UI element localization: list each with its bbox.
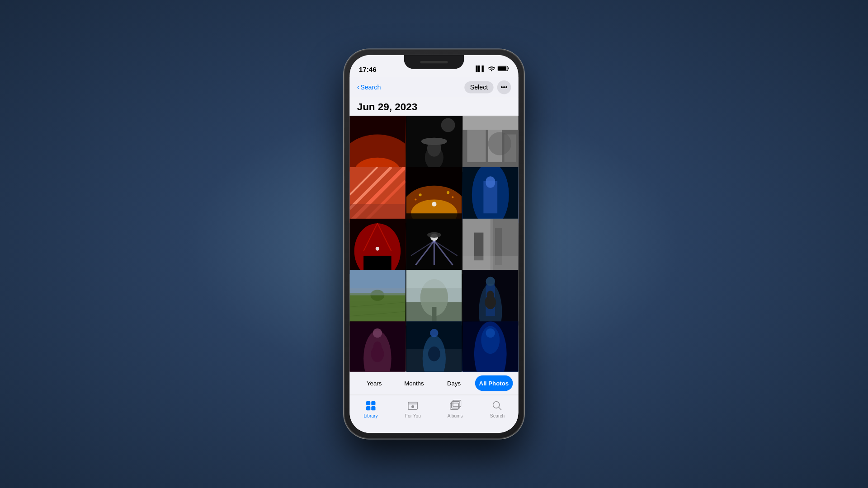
svg-point-69: [479, 284, 502, 325]
svg-rect-53: [493, 219, 518, 274]
photo-thumbnail: [406, 116, 462, 171]
photo-thumbnail: [406, 219, 462, 274]
svg-point-9: [427, 140, 441, 157]
list-item[interactable]: [349, 270, 405, 325]
list-item[interactable]: [463, 116, 519, 171]
mute-switch: [344, 128, 344, 143]
svg-rect-90: [366, 401, 370, 405]
battery-icon: [498, 66, 509, 72]
photo-thumbnail: [349, 116, 405, 171]
svg-line-61: [349, 302, 405, 307]
list-item[interactable]: [349, 167, 405, 223]
svg-point-40: [376, 247, 379, 250]
svg-rect-15: [505, 134, 516, 162]
svg-rect-7: [406, 116, 462, 171]
svg-point-84: [428, 346, 440, 361]
svg-point-95: [411, 405, 414, 408]
for-you-icon: [407, 400, 419, 412]
svg-line-49: [434, 241, 457, 256]
svg-rect-74: [349, 321, 405, 372]
phone-container: 17:46 ▐▌▌: [344, 50, 524, 439]
svg-rect-35: [484, 181, 498, 214]
list-item[interactable]: [463, 321, 519, 372]
photo-thumbnail: [463, 321, 519, 372]
list-item[interactable]: [349, 116, 405, 171]
svg-point-59: [370, 290, 384, 301]
svg-rect-51: [463, 219, 519, 274]
svg-point-25: [406, 186, 462, 223]
svg-line-62: [349, 312, 405, 316]
tab-for-you[interactable]: For You: [392, 399, 434, 418]
list-item[interactable]: [349, 321, 405, 372]
svg-point-77: [371, 345, 384, 362]
photo-thumbnail: [349, 270, 405, 325]
svg-rect-18: [349, 167, 405, 223]
svg-line-47: [434, 241, 453, 265]
svg-point-29: [447, 191, 449, 194]
svg-rect-79: [349, 321, 405, 372]
svg-rect-60: [349, 288, 405, 295]
svg-rect-54: [474, 232, 484, 260]
svg-point-50: [427, 232, 441, 237]
tab-months[interactable]: Months: [395, 375, 433, 391]
svg-point-86: [474, 321, 507, 372]
albums-icon: [449, 400, 461, 412]
period-tabs: Years Months Days All Photos: [349, 372, 518, 395]
photo-thumbnail: [406, 167, 462, 223]
svg-rect-80: [406, 321, 462, 372]
tab-days[interactable]: Days: [435, 375, 473, 391]
list-item[interactable]: [406, 167, 462, 223]
svg-rect-92: [366, 406, 370, 410]
svg-line-45: [415, 241, 434, 265]
svg-point-38: [354, 223, 401, 274]
tab-albums[interactable]: Albums: [434, 399, 476, 418]
svg-point-83: [430, 328, 438, 337]
volume-up-button: [344, 149, 344, 176]
svg-point-27: [432, 202, 436, 206]
list-item[interactable]: [406, 321, 462, 372]
status-icons: ▐▌▌: [474, 66, 509, 72]
tab-all-photos[interactable]: All Photos: [475, 375, 513, 391]
svg-rect-16: [463, 116, 519, 130]
tab-search[interactable]: Search: [476, 399, 518, 418]
list-item[interactable]: [406, 219, 462, 274]
svg-point-17: [488, 132, 511, 155]
svg-rect-13: [467, 125, 486, 162]
photo-thumbnail: [406, 321, 462, 372]
svg-point-76: [373, 328, 382, 338]
list-item[interactable]: [349, 219, 405, 274]
list-item[interactable]: [406, 116, 462, 171]
svg-line-19: [349, 167, 405, 223]
svg-point-11: [441, 118, 455, 132]
photo-thumbnail: [463, 116, 519, 171]
tab-library[interactable]: Library: [349, 399, 392, 418]
svg-line-22: [349, 167, 377, 195]
list-item[interactable]: [463, 270, 519, 325]
svg-rect-52: [463, 219, 491, 274]
select-button[interactable]: Select: [464, 81, 493, 94]
svg-point-82: [422, 335, 445, 372]
svg-rect-43: [406, 219, 462, 274]
list-item[interactable]: [406, 270, 462, 325]
svg-rect-85: [463, 321, 519, 372]
svg-point-71: [486, 277, 495, 286]
svg-rect-91: [371, 401, 375, 405]
more-options-icon: •••: [501, 84, 508, 91]
svg-point-28: [419, 194, 421, 197]
svg-line-48: [411, 241, 434, 256]
svg-point-73: [487, 291, 494, 300]
back-arrow-icon: ‹: [357, 83, 359, 91]
svg-rect-67: [406, 270, 462, 288]
svg-rect-6: [349, 116, 405, 171]
more-options-button[interactable]: •••: [497, 80, 511, 94]
speaker: [420, 61, 448, 63]
back-button[interactable]: ‹ Search: [357, 83, 381, 91]
list-item[interactable]: [463, 219, 519, 274]
list-item[interactable]: [463, 167, 519, 223]
svg-rect-70: [486, 284, 495, 316]
bottom-tab-bar: Library For You: [349, 395, 518, 433]
tab-years[interactable]: Years: [355, 375, 393, 391]
svg-rect-24: [406, 167, 462, 223]
svg-point-87: [481, 326, 500, 354]
svg-point-78: [373, 341, 382, 352]
